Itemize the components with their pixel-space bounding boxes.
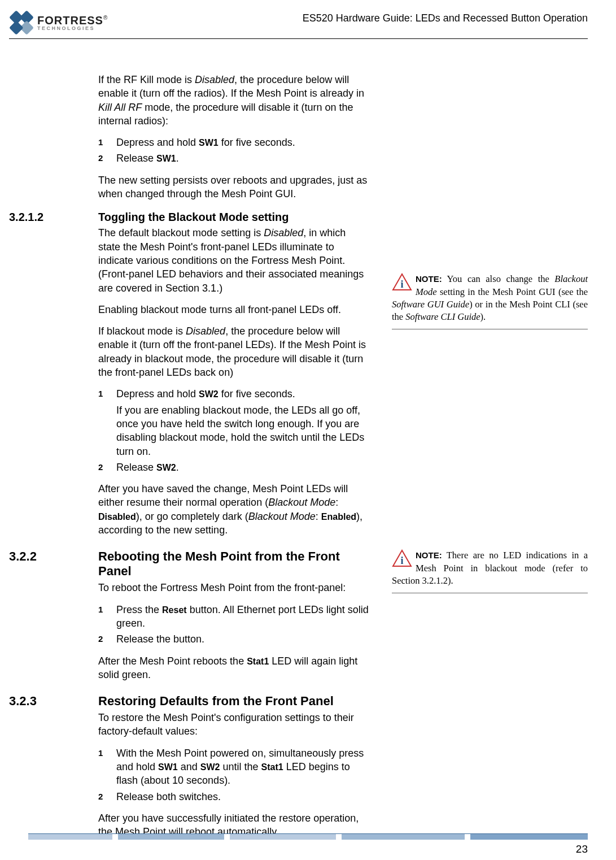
- section-number: 3.2.3: [9, 694, 98, 709]
- body-paragraph: The default blackout mode setting is Dis…: [98, 226, 370, 294]
- body-paragraph: The new setting persists over reboots an…: [98, 173, 370, 201]
- section-heading: Restoring Defaults from the Front Panel: [98, 694, 370, 709]
- svg-text:i: i: [400, 279, 403, 290]
- brand-name: FORTRESS®: [37, 15, 108, 26]
- brand-logo: FORTRESS® TECHNOLOGIES: [9, 10, 108, 35]
- note-info-icon: i: [392, 273, 412, 291]
- body-paragraph: After the Mesh Point reboots the Stat1 L…: [98, 654, 370, 682]
- list-item: 1Depress and hold SW1 for five seconds.: [98, 136, 370, 149]
- body-paragraph: After you have saved the change, Mesh Po…: [98, 482, 370, 537]
- body-paragraph: To restore the Mesh Point's configuratio…: [98, 711, 370, 739]
- note-info-icon: i: [392, 549, 412, 567]
- intro-block: If the RF Kill mode is Disabled, the pro…: [9, 73, 588, 209]
- document-title: ES520 Hardware Guide: LEDs and Recessed …: [303, 10, 588, 24]
- page-header: FORTRESS® TECHNOLOGIES ES520 Hardware Gu…: [9, 10, 588, 39]
- section-3-2-2: 3.2.2 Rebooting the Mesh Point from the …: [9, 549, 588, 689]
- section-number: 3.2.2: [9, 549, 98, 564]
- procedure-list: 1With the Mesh Point powered on, simulta…: [98, 746, 370, 803]
- margin-note: i NOTE: You can also change the Blackout…: [392, 273, 588, 329]
- margin-note: i NOTE: There are no LED indications in …: [392, 549, 588, 593]
- footer-decorative-bar: [28, 833, 588, 840]
- section-heading: Rebooting the Mesh Point from the Front …: [98, 549, 370, 579]
- list-item: 1 Depress and hold SW2 for five seconds.…: [98, 387, 370, 458]
- section-3-2-1-2: 3.2.1.2 Toggling the Blackout Mode setti…: [9, 211, 588, 545]
- body-paragraph: If blackout mode is Disabled, the proced…: [98, 324, 370, 379]
- list-item: 2Release SW2.: [98, 461, 370, 474]
- section-3-2-3: 3.2.3 Restoring Defaults from the Front …: [9, 694, 588, 846]
- fortress-logo-icon: [4, 5, 39, 40]
- section-heading: Toggling the Blackout Mode setting: [98, 211, 370, 224]
- list-item-sub: If you are enabling blackout mode, the L…: [116, 403, 370, 458]
- list-item: 2Release the button.: [98, 632, 370, 646]
- body-paragraph: To reboot the Fortress Mesh Point from t…: [98, 581, 370, 594]
- procedure-list: 1Depress and hold SW1 for five seconds. …: [98, 136, 370, 166]
- procedure-list: 1 Depress and hold SW2 for five seconds.…: [98, 387, 370, 474]
- procedure-list: 1Press the Reset button. All Ethernet po…: [98, 603, 370, 646]
- list-item: 2Release SW1.: [98, 151, 370, 165]
- body-paragraph: If the RF Kill mode is Disabled, the pro…: [98, 73, 370, 128]
- list-item: 1Press the Reset button. All Ethernet po…: [98, 603, 370, 631]
- svg-text:i: i: [400, 555, 403, 566]
- page-number: 23: [576, 843, 588, 855]
- list-item: 2Release both switches.: [98, 790, 370, 803]
- list-item: 1With the Mesh Point powered on, simulta…: [98, 746, 370, 788]
- document-page: FORTRESS® TECHNOLOGIES ES520 Hardware Gu…: [0, 0, 616, 860]
- body-paragraph: Enabling blackout mode turns all front-p…: [98, 303, 370, 316]
- section-number: 3.2.1.2: [9, 211, 98, 224]
- brand-subtitle: TECHNOLOGIES: [37, 26, 108, 31]
